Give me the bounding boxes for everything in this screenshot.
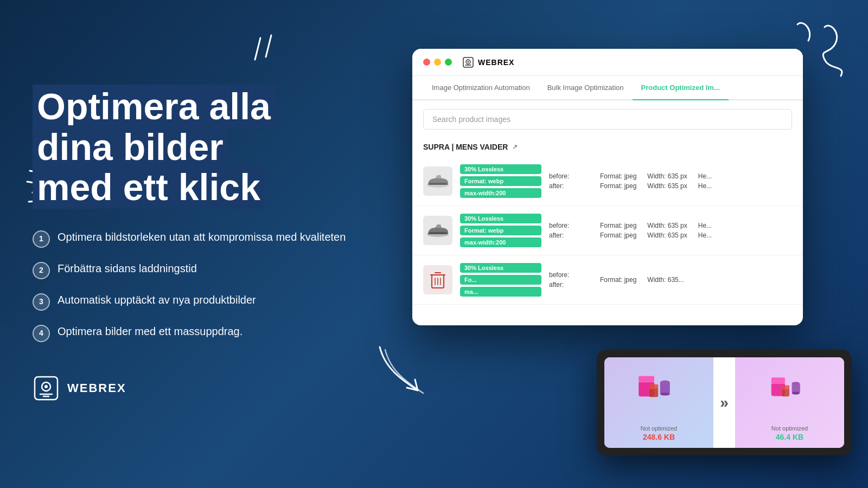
svg-point-40 bbox=[792, 391, 799, 394]
feature-num-4: 4 bbox=[33, 325, 50, 342]
tags-col-2: 30% Lossless Format: webp max-width:200 bbox=[460, 214, 541, 247]
shoe-image-1 bbox=[425, 173, 450, 189]
info-col-2: before: after: bbox=[549, 222, 592, 239]
before-width-2: Width: 635 px bbox=[647, 222, 687, 229]
svg-point-31 bbox=[660, 381, 669, 384]
product-thumb-1 bbox=[423, 166, 452, 196]
logo-name: WEBREX bbox=[67, 381, 126, 395]
table-row: 30% Lossless Fo... ma... before: after: … bbox=[412, 255, 803, 305]
product-name: SUPRA | MENS VAIDER bbox=[423, 143, 508, 151]
table-row: 30% Lossless Format: webp max-width:200 … bbox=[412, 206, 803, 255]
svg-rect-36 bbox=[782, 389, 789, 397]
feature-text-2: Förbättra sidans laddningstid bbox=[58, 261, 197, 276]
tag-format-3: Fo... bbox=[460, 275, 541, 285]
dot-yellow bbox=[434, 59, 441, 66]
feature-text-1: Optimera bildstorleken utan att kompromi… bbox=[58, 229, 346, 245]
tablet-mockup: Not optimized 248.6 KB » bbox=[597, 350, 852, 455]
shoe-image-2 bbox=[425, 222, 450, 239]
before-label-3: before: bbox=[549, 271, 592, 279]
before-width-3: Width: 635... bbox=[647, 276, 684, 284]
after-width-2: Width: 635 px bbox=[647, 232, 687, 239]
search-bar-area: Search product images bbox=[412, 100, 803, 138]
comparison-image-right bbox=[765, 364, 814, 413]
tab-automation[interactable]: Image Optimization Automation bbox=[423, 76, 539, 100]
tag-width-3: ma... bbox=[460, 287, 541, 297]
feature-num-3: 3 bbox=[33, 293, 50, 311]
meta-before-format-row-2: Format: jpeg Width: 635 px He... bbox=[600, 222, 792, 229]
meta-after-format-row-1: Format: jpeg Width: 635 px He... bbox=[600, 182, 792, 190]
right-panel: WEBREX Image Optimization Automation Bul… bbox=[380, 0, 868, 488]
comparison-label-right: Not optimized bbox=[771, 425, 808, 432]
list-item: 4 Optimera bilder med ett massuppdrag. bbox=[33, 324, 358, 342]
logo-icon bbox=[33, 375, 60, 402]
tags-col-3: 30% Lossless Fo... ma... bbox=[460, 263, 541, 297]
info-col-1: before: after: bbox=[549, 172, 592, 190]
info-col-3: before: after: bbox=[549, 271, 592, 288]
list-item: 2 Förbättra sidans laddningstid bbox=[33, 261, 358, 279]
tag-lossless-3: 30% Lossless bbox=[460, 263, 541, 273]
svg-point-10 bbox=[44, 385, 48, 388]
meta-col-2: Format: jpeg Width: 635 px He... Format:… bbox=[600, 222, 792, 239]
list-item: 3 Automatisk upptäckt av nya produktbild… bbox=[33, 292, 358, 311]
feature-text-3: Automatisk upptäckt av nya produktbilder bbox=[58, 292, 256, 307]
svg-rect-37 bbox=[782, 386, 789, 390]
browser-dots bbox=[423, 59, 452, 66]
meta-col-3: Format: jpeg Width: 635... bbox=[600, 276, 792, 284]
svg-rect-16 bbox=[429, 183, 447, 185]
before-format-1: Format: jpeg bbox=[600, 172, 636, 180]
comparison-size-left: 248.6 KB bbox=[643, 433, 675, 441]
after-height-1: He... bbox=[698, 182, 712, 190]
meta-before-format-row-3: Format: jpeg Width: 635... bbox=[600, 276, 792, 284]
svg-point-32 bbox=[660, 393, 669, 395]
browser-brand: WEBREX bbox=[463, 57, 514, 68]
tab-bulk[interactable]: Bulk Image Optimization bbox=[539, 76, 633, 100]
svg-rect-26 bbox=[639, 376, 654, 382]
search-input[interactable]: Search product images bbox=[423, 109, 792, 130]
comparison-image-left bbox=[635, 364, 684, 413]
dot-red bbox=[423, 59, 430, 66]
table-row: 30% Lossless Format: webp max-width:200 … bbox=[412, 157, 803, 206]
dot-green bbox=[445, 59, 452, 66]
after-label-2: after: bbox=[549, 232, 592, 239]
tag-lossless-2: 30% Lossless bbox=[460, 214, 541, 223]
tag-width-2: max-width:200 bbox=[460, 237, 541, 247]
bottom-logo: WEBREX bbox=[33, 375, 358, 402]
feature-text-4: Optimera bilder med ett massuppdrag. bbox=[58, 324, 242, 339]
tablet-inner: Not optimized 248.6 KB » bbox=[604, 357, 844, 448]
meta-after-format-row-2: Format: jpeg Width: 635 px He... bbox=[600, 232, 792, 239]
comparison-left: Not optimized 248.6 KB bbox=[604, 357, 713, 448]
before-label-1: before: bbox=[549, 172, 592, 180]
browser-content: Image Optimization Automation Bulk Image… bbox=[412, 76, 803, 325]
after-label-1: after: bbox=[549, 182, 592, 190]
before-height-2: He... bbox=[698, 222, 712, 229]
after-label-3: after: bbox=[549, 281, 592, 288]
tabs-bar: Image Optimization Automation Bulk Image… bbox=[412, 76, 803, 100]
product-3d-left bbox=[635, 367, 684, 410]
before-width-1: Width: 635 px bbox=[647, 172, 687, 180]
before-format-3: Format: jpeg bbox=[600, 276, 636, 284]
svg-rect-28 bbox=[649, 388, 658, 397]
product-thumb-3 bbox=[423, 265, 452, 294]
browser-mockup: WEBREX Image Optimization Automation Bul… bbox=[412, 49, 803, 325]
before-height-1: He... bbox=[698, 172, 712, 180]
svg-rect-34 bbox=[771, 377, 784, 383]
feature-list: 1 Optimera bildstorleken utan att kompro… bbox=[33, 229, 358, 342]
tab-product[interactable]: Product Optimized Im... bbox=[633, 76, 729, 100]
svg-rect-29 bbox=[649, 384, 658, 389]
meta-col-1: Format: jpeg Width: 635 px He... Format:… bbox=[600, 172, 792, 190]
comparison-right: Not optimized 46.4 KB bbox=[735, 357, 844, 448]
feature-num-2: 2 bbox=[33, 262, 50, 279]
product-rows: 30% Lossless Format: webp max-width:200 … bbox=[412, 157, 803, 305]
after-height-2: He... bbox=[698, 232, 712, 239]
comparison-label-left: Not optimized bbox=[641, 425, 677, 432]
svg-rect-18 bbox=[429, 232, 447, 234]
brand-icon bbox=[463, 57, 474, 68]
external-link-icon[interactable]: ↗ bbox=[512, 143, 518, 151]
before-label-2: before: bbox=[549, 222, 592, 229]
list-item: 1 Optimera bildstorleken utan att kompro… bbox=[33, 229, 358, 248]
tag-format-2: Format: webp bbox=[460, 226, 541, 235]
after-format-2: Format: jpeg bbox=[600, 232, 636, 239]
product-3d-right bbox=[765, 367, 814, 410]
tags-col-1: 30% Lossless Format: webp max-width:200 bbox=[460, 164, 541, 198]
before-format-2: Format: jpeg bbox=[600, 222, 636, 229]
